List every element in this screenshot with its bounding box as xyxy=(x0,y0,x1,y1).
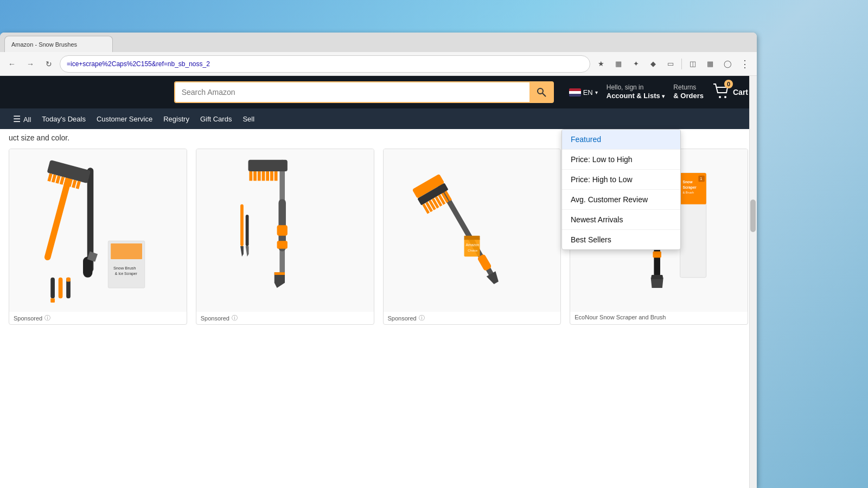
svg-rect-19 xyxy=(59,278,63,299)
nav-item-all-label: All xyxy=(23,115,31,124)
svg-rect-29 xyxy=(277,241,288,248)
product-card-2[interactable]: Sponsored ⓘ xyxy=(196,149,374,325)
sponsored-info-2[interactable]: ⓘ xyxy=(232,314,238,322)
shield-button[interactable]: ◆ xyxy=(646,56,661,72)
browser-window: Amazon - Snow Brushes ← → ↻ =ice+scrape%… xyxy=(0,33,757,488)
search-button[interactable] xyxy=(529,81,554,103)
svg-text:Scraper: Scraper xyxy=(682,185,697,190)
search-input[interactable] xyxy=(174,81,529,103)
cart-section[interactable]: 0 Cart xyxy=(712,83,748,101)
sort-option-featured[interactable]: Featured xyxy=(562,130,680,150)
account-line2-text: Account & Lists xyxy=(607,92,660,100)
flag-icon xyxy=(569,88,581,97)
header-right: EN ▾ Hello, sign in Account & Lists ▾ Re… xyxy=(569,83,748,101)
returns-section[interactable]: Returns & Orders xyxy=(673,84,704,101)
profile-button[interactable]: ◯ xyxy=(720,56,735,72)
svg-rect-57 xyxy=(464,238,480,256)
sponsored-info-3[interactable]: ⓘ xyxy=(419,314,425,322)
sponsored-text-1: Sponsored xyxy=(14,315,42,322)
language-selector[interactable]: EN ▾ xyxy=(569,88,598,97)
bookmark-button[interactable]: ★ xyxy=(593,56,609,72)
product-brand-4: EcoNour Snow Scraper and Brush xyxy=(570,312,748,323)
product-svg-2 xyxy=(205,157,365,304)
account-line1: Hello, sign in xyxy=(607,84,665,92)
product-svg-3: Amazon Choice xyxy=(392,157,552,304)
toolbar-icons: ★ ▦ ✦ ◆ ▭ ◫ ▦ ◯ ⋮ xyxy=(593,56,752,72)
svg-rect-30 xyxy=(248,160,288,171)
cart-label: Cart xyxy=(733,88,748,97)
svg-rect-14 xyxy=(76,181,81,189)
sponsored-text-3: Sponsored xyxy=(388,315,417,322)
sort-dropdown-overlay: Featured Price: Low to High Price: High … xyxy=(561,129,681,250)
svg-rect-36 xyxy=(270,171,273,181)
sponsored-label-2: Sponsored ⓘ xyxy=(196,312,374,324)
svg-rect-34 xyxy=(262,171,265,181)
extensions-button[interactable]: ▭ xyxy=(663,56,678,72)
address-text: =ice+scrape%2Caps%2C155&ref=nb_sb_noss_2 xyxy=(67,60,210,68)
svg-text:Snow Brush: Snow Brush xyxy=(113,266,136,271)
nav-item-giftcards[interactable]: Gift Cards xyxy=(196,113,237,125)
browser-menu-button[interactable]: ⋮ xyxy=(737,56,752,72)
puzzle-button[interactable]: ✦ xyxy=(628,56,643,72)
svg-rect-33 xyxy=(258,171,261,181)
account-chevron: ▾ xyxy=(662,93,665,99)
sidebar-button[interactable]: ◫ xyxy=(685,56,700,72)
product-image-1: Snow Brush & Ice Scraper xyxy=(9,149,187,312)
svg-text:& Brush: & Brush xyxy=(682,191,694,195)
sort-option-avg-review[interactable]: Avg. Customer Review xyxy=(562,190,680,210)
svg-rect-13 xyxy=(72,179,76,188)
sponsored-text-2: Sponsored xyxy=(201,315,229,322)
split-button[interactable]: ▦ xyxy=(703,56,718,72)
browser-tab-active[interactable]: Amazon - Snow Brushes xyxy=(4,36,113,52)
browser-toolbar: ← → ↻ =ice+scrape%2Caps%2C155&ref=nb_sb_… xyxy=(0,52,757,76)
svg-rect-17 xyxy=(51,278,55,299)
svg-rect-31 xyxy=(250,171,253,181)
svg-rect-10 xyxy=(60,176,65,184)
sponsored-info-1[interactable]: ⓘ xyxy=(44,314,50,322)
search-bar xyxy=(174,81,554,103)
product-image-3: Amazon Choice xyxy=(384,149,561,312)
browser-tabs-bar: Amazon - Snow Brushes xyxy=(0,33,757,52)
svg-rect-18 xyxy=(51,298,55,303)
reload-button[interactable]: ↻ xyxy=(41,56,56,72)
svg-rect-8 xyxy=(52,174,56,182)
page-content: EN ▾ Hello, sign in Account & Lists ▾ Re… xyxy=(0,76,757,488)
nav-item-registry[interactable]: Registry xyxy=(159,113,194,125)
svg-marker-77 xyxy=(650,278,663,288)
svg-rect-7 xyxy=(48,173,53,181)
sort-option-best-sellers[interactable]: Best Sellers xyxy=(562,230,680,249)
product-image-2 xyxy=(196,149,374,312)
forward-button[interactable]: → xyxy=(23,56,38,72)
sort-option-low-high[interactable]: Price: Low to High xyxy=(562,150,680,170)
product-svg-1: Snow Brush & Ice Scraper xyxy=(18,157,177,304)
svg-rect-39 xyxy=(275,272,285,275)
sort-option-newest[interactable]: Newest Arrivals xyxy=(562,210,680,230)
sponsored-label-1: Sponsored ⓘ xyxy=(9,312,187,324)
returns-line2: & Orders xyxy=(673,92,704,101)
account-line2: Account & Lists ▾ xyxy=(607,92,665,101)
nav-item-deals[interactable]: Today's Deals xyxy=(37,113,90,125)
svg-rect-23 xyxy=(111,243,142,259)
svg-marker-43 xyxy=(246,246,249,256)
address-bar[interactable]: =ice+scrape%2Caps%2C155&ref=nb_sb_noss_2 xyxy=(60,55,590,73)
sort-option-high-low[interactable]: Price: High to Low xyxy=(562,170,680,190)
product-card-3[interactable]: Amazon Choice Sponsored ⓘ xyxy=(383,149,561,325)
svg-rect-9 xyxy=(56,175,61,183)
svg-rect-37 xyxy=(275,171,278,181)
svg-line-1 xyxy=(542,93,546,97)
nav-item-service[interactable]: Customer Service xyxy=(92,113,157,125)
scrollbar-thumb[interactable] xyxy=(750,200,756,232)
svg-text:& Ice Scraper: & Ice Scraper xyxy=(115,272,138,276)
nav-item-sell[interactable]: Sell xyxy=(238,113,259,125)
svg-rect-58 xyxy=(464,236,480,240)
svg-point-0 xyxy=(538,88,543,94)
nav-item-all[interactable]: ☰ All xyxy=(9,112,35,126)
product-card-1[interactable]: Snow Brush & Ice Scraper Sponsored ⓘ xyxy=(9,149,187,325)
back-button[interactable]: ← xyxy=(4,56,20,72)
scrollbar[interactable] xyxy=(749,76,757,488)
svg-marker-41 xyxy=(240,246,244,256)
svg-point-2 xyxy=(719,96,721,98)
search-icon xyxy=(536,87,547,98)
layers-button[interactable]: ▦ xyxy=(611,56,626,72)
account-section[interactable]: Hello, sign in Account & Lists ▾ xyxy=(607,84,665,101)
